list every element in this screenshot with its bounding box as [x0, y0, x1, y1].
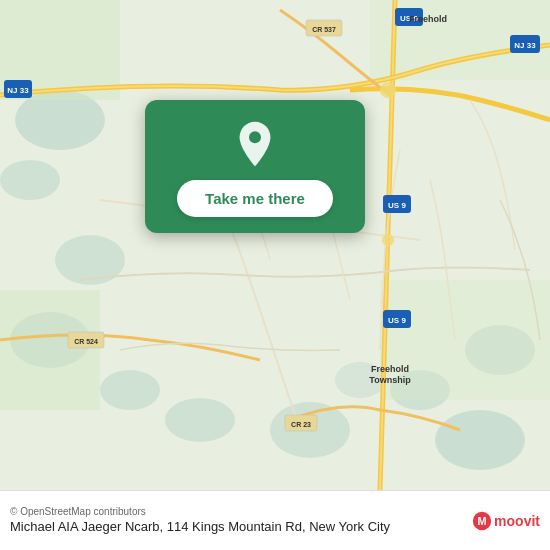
moovit-logo: M moovit — [472, 511, 540, 531]
svg-text:Freehold: Freehold — [371, 364, 409, 374]
map-container: US 9 US 9 US 9 NJ 33 NJ 33 CR 537 CR 524… — [0, 0, 550, 490]
svg-text:Freehold: Freehold — [409, 14, 447, 24]
bottom-left: © OpenStreetMap contributors Michael AIA… — [10, 506, 464, 536]
svg-text:NJ 33: NJ 33 — [514, 41, 536, 50]
svg-rect-14 — [0, 290, 100, 410]
svg-text:CR 524: CR 524 — [74, 338, 98, 345]
moovit-text: moovit — [494, 513, 540, 529]
svg-text:US 9: US 9 — [388, 316, 406, 325]
osm-attribution: © OpenStreetMap contributors — [10, 506, 464, 517]
svg-point-2 — [0, 160, 60, 200]
location-name: Michael AIA Jaeger Ncarb, 114 Kings Moun… — [10, 519, 306, 534]
svg-text:NJ 33: NJ 33 — [7, 86, 29, 95]
svg-point-18 — [380, 82, 396, 98]
location-pin-icon — [231, 120, 279, 168]
moovit-icon: M — [472, 511, 492, 531]
location-title: Michael AIA Jaeger Ncarb, 114 Kings Moun… — [10, 519, 464, 536]
svg-point-6 — [165, 398, 235, 442]
bottom-bar: © OpenStreetMap contributors Michael AIA… — [0, 490, 550, 550]
svg-text:CR 537: CR 537 — [312, 26, 336, 33]
svg-point-40 — [249, 131, 261, 143]
svg-point-19 — [382, 234, 394, 246]
svg-text:US 9: US 9 — [388, 201, 406, 210]
svg-text:CR 23: CR 23 — [291, 421, 311, 428]
svg-point-10 — [435, 410, 525, 470]
svg-text:M: M — [478, 515, 487, 527]
svg-text:Township: Township — [369, 375, 411, 385]
overlay-card: Take me there — [145, 100, 365, 233]
take-me-there-button[interactable]: Take me there — [177, 180, 333, 217]
svg-point-3 — [55, 235, 125, 285]
svg-point-5 — [100, 370, 160, 410]
location-city: New York City — [309, 519, 390, 534]
